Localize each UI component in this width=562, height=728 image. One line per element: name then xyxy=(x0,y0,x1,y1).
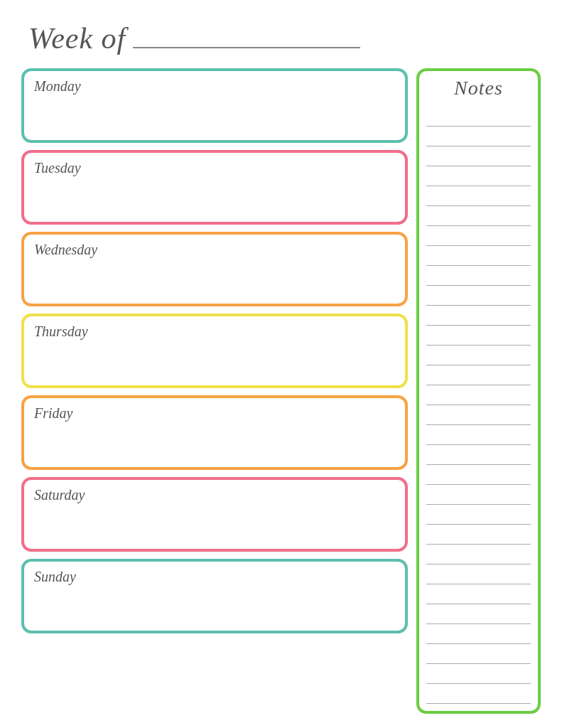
notes-line xyxy=(426,127,531,146)
notes-line xyxy=(426,445,531,465)
notes-line xyxy=(426,365,531,385)
notes-line xyxy=(426,604,531,624)
notes-line xyxy=(426,146,531,166)
notes-line xyxy=(426,644,531,664)
notes-line xyxy=(426,326,531,346)
notes-line xyxy=(426,286,531,306)
notes-line xyxy=(426,485,531,505)
day-label-friday: Friday xyxy=(34,405,395,422)
day-label-monday: Monday xyxy=(34,78,395,95)
notes-line xyxy=(426,346,531,365)
day-box-friday[interactable]: Friday xyxy=(21,395,408,470)
day-box-wednesday[interactable]: Wednesday xyxy=(21,232,408,306)
notes-title: Notes xyxy=(454,77,503,100)
notes-line xyxy=(426,505,531,525)
notes-line xyxy=(426,584,531,604)
notes-column: Notes xyxy=(416,68,541,714)
notes-line xyxy=(426,107,531,127)
week-of-underline[interactable] xyxy=(133,47,360,48)
day-box-sunday[interactable]: Sunday xyxy=(21,559,408,633)
day-box-tuesday[interactable]: Tuesday xyxy=(21,150,408,225)
header: Week of xyxy=(21,21,541,55)
notes-line xyxy=(426,624,531,644)
notes-line xyxy=(426,306,531,326)
notes-line xyxy=(426,405,531,425)
notes-line xyxy=(426,465,531,485)
day-box-saturday[interactable]: Saturday xyxy=(21,477,408,552)
day-label-thursday: Thursday xyxy=(34,323,395,340)
notes-line xyxy=(426,266,531,286)
notes-line xyxy=(426,385,531,405)
notes-lines xyxy=(423,107,534,704)
notes-line xyxy=(426,246,531,266)
main-layout: MondayTuesdayWednesdayThursdayFridaySatu… xyxy=(21,68,541,714)
days-column: MondayTuesdayWednesdayThursdayFridaySatu… xyxy=(21,68,408,633)
notes-line xyxy=(426,166,531,186)
day-label-wednesday: Wednesday xyxy=(34,242,395,258)
week-of-title: Week of xyxy=(28,21,126,55)
notes-line xyxy=(426,664,531,684)
day-box-thursday[interactable]: Thursday xyxy=(21,314,408,388)
notes-line xyxy=(426,564,531,584)
day-box-monday[interactable]: Monday xyxy=(21,68,408,143)
notes-line xyxy=(426,186,531,206)
notes-line xyxy=(426,525,531,545)
day-label-saturday: Saturday xyxy=(34,487,395,503)
weekly-planner-page: Week of MondayTuesdayWednesdayThursdayFr… xyxy=(0,0,562,728)
notes-line xyxy=(426,425,531,445)
notes-line xyxy=(426,684,531,704)
notes-line xyxy=(426,206,531,226)
day-label-tuesday: Tuesday xyxy=(34,160,395,176)
notes-line xyxy=(426,545,531,564)
day-label-sunday: Sunday xyxy=(34,569,395,585)
notes-line xyxy=(426,226,531,246)
